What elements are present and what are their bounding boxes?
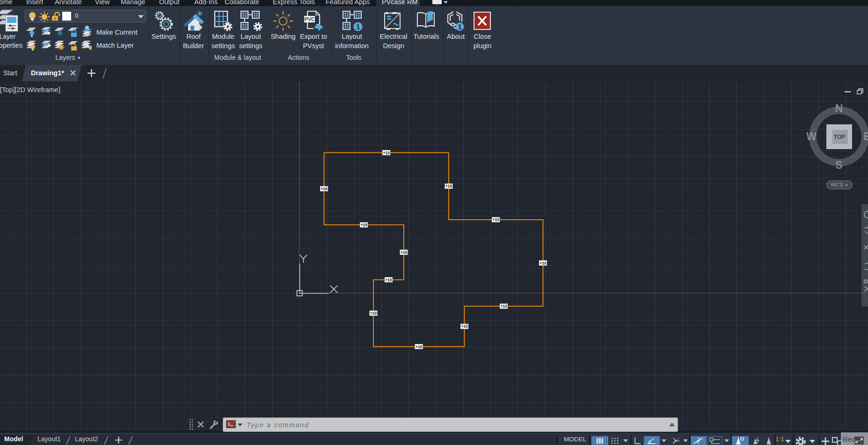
svg-text:+10: +10 bbox=[360, 222, 367, 227]
svg-text:W: W bbox=[806, 130, 817, 143]
svg-text:+10: +10 bbox=[445, 184, 452, 188]
svg-text:S: S bbox=[835, 159, 842, 171]
svg-text:+10: +10 bbox=[500, 304, 507, 309]
svg-text:+10: +10 bbox=[321, 187, 328, 191]
svg-text:+10: +10 bbox=[461, 324, 468, 329]
svg-text:+10: +10 bbox=[385, 278, 392, 282]
svg-text:N: N bbox=[835, 102, 843, 115]
svg-text:+10: +10 bbox=[540, 261, 547, 266]
svg-text:+10: +10 bbox=[370, 311, 377, 316]
svg-text:PVC: PVC bbox=[305, 16, 315, 22]
svg-text:+10: +10 bbox=[492, 217, 499, 222]
svg-text:+10: +10 bbox=[383, 151, 390, 155]
svg-text:+10: +10 bbox=[401, 250, 408, 255]
svg-text:E: E bbox=[863, 130, 868, 143]
svg-text:TOP: TOP bbox=[834, 134, 845, 140]
svg-text:+10: +10 bbox=[416, 345, 423, 349]
